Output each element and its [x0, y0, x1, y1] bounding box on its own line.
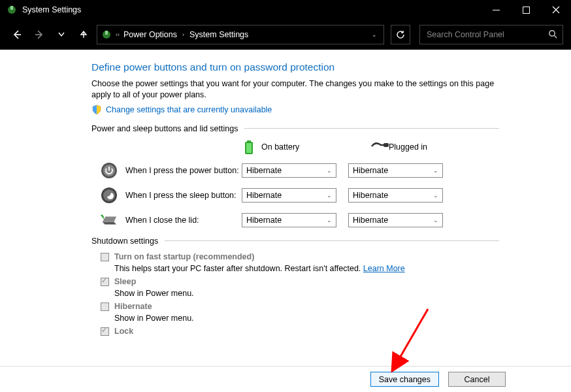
hibernate-desc: Show in Power menu. [114, 314, 499, 323]
learn-more-link[interactable]: Learn More [363, 264, 405, 273]
sleep-button-label: When I press the sleep button: [125, 191, 242, 200]
cancel-button[interactable]: Cancel [448, 372, 506, 387]
search-box[interactable] [419, 25, 563, 44]
sleep-checkbox [101, 278, 109, 286]
sleep-desc: Show in Power menu. [114, 289, 499, 298]
chevron-down-icon: ⌄ [327, 192, 332, 199]
hibernate-checkbox [101, 302, 109, 311]
power-section-title: Power and sleep buttons and lid settings [91, 124, 238, 133]
fast-startup-checkbox [101, 253, 109, 261]
svg-point-11 [549, 30, 555, 35]
lid-close-icon [101, 212, 118, 229]
shield-icon [91, 105, 102, 115]
title-bar: System Settings [0, 0, 571, 20]
hibernate-label: Hibernate [114, 302, 152, 311]
column-battery-label: On battery [261, 142, 299, 152]
nav-back-button[interactable] [8, 25, 26, 44]
nav-history-dropdown[interactable] [52, 25, 71, 44]
section-divider [244, 128, 499, 129]
svg-rect-16 [383, 143, 389, 147]
close-button[interactable] [541, 0, 571, 20]
lid-battery-dropdown[interactable]: Hibernate ⌄ [242, 213, 336, 227]
dropdown-value: Hibernate [246, 166, 282, 175]
svg-line-12 [554, 35, 557, 38]
power-options-icon [101, 29, 112, 40]
fast-startup-label: Turn on fast startup (recommended) [114, 252, 254, 261]
refresh-button[interactable] [391, 25, 410, 44]
svg-rect-3 [523, 7, 529, 13]
breadcrumb-chevron-icon: › [181, 31, 186, 38]
breadcrumb-item-system-settings[interactable]: System Settings [189, 30, 248, 39]
address-bar[interactable]: ‹‹ Power Options › System Settings ⌄ [97, 25, 384, 44]
chevron-down-icon: ⌄ [327, 217, 332, 223]
app-icon [7, 5, 17, 15]
svg-rect-1 [10, 6, 13, 10]
sleep-label: Sleep [114, 277, 136, 286]
svg-rect-13 [247, 140, 251, 142]
page-description: Choose the power settings that you want … [91, 78, 499, 101]
column-plugged-label: Plugged in [389, 142, 427, 152]
sleep-button-battery-dropdown[interactable]: Hibernate ⌄ [242, 188, 336, 203]
power-button-battery-dropdown[interactable]: Hibernate ⌄ [242, 163, 336, 178]
section-divider [165, 240, 499, 241]
breadcrumb-prev-icon: ‹‹ [116, 31, 120, 38]
chevron-down-icon: ⌄ [433, 217, 438, 223]
chevron-down-icon: ⌄ [327, 167, 332, 174]
chevron-down-icon: ⌄ [433, 167, 438, 174]
change-settings-link[interactable]: Change settings that are currently unava… [106, 105, 272, 114]
lid-plugged-dropdown[interactable]: Hibernate ⌄ [348, 213, 443, 227]
nav-up-button[interactable] [74, 25, 93, 44]
toolbar: ‹‹ Power Options › System Settings ⌄ [0, 20, 571, 50]
dropdown-value: Hibernate [246, 216, 282, 225]
search-input[interactable] [425, 29, 548, 40]
nav-forward-button[interactable] [30, 25, 48, 44]
fast-startup-desc: This helps start your PC faster after sh… [114, 264, 499, 273]
svg-rect-10 [105, 31, 108, 35]
lid-close-label: When I close the lid: [125, 216, 242, 225]
shutdown-section-title: Shutdown settings [91, 237, 158, 246]
chevron-down-icon: ⌄ [433, 192, 438, 199]
sleep-button-plugged-dropdown[interactable]: Hibernate ⌄ [348, 188, 443, 203]
search-icon[interactable] [548, 29, 557, 41]
dropdown-value: Hibernate [353, 216, 388, 225]
dropdown-value: Hibernate [246, 191, 282, 200]
battery-icon [243, 140, 256, 154]
sleep-button-icon [101, 187, 118, 204]
power-button-label: When I press the power button: [125, 166, 242, 175]
plug-icon [370, 140, 383, 154]
minimize-button[interactable] [481, 0, 511, 20]
save-changes-button[interactable]: Save changes [370, 372, 439, 387]
dropdown-value: Hibernate [353, 191, 388, 200]
svg-rect-15 [246, 143, 252, 153]
lock-checkbox [101, 327, 109, 336]
power-button-plugged-dropdown[interactable]: Hibernate ⌄ [348, 163, 443, 178]
dropdown-value: Hibernate [353, 166, 388, 175]
address-dropdown-icon[interactable]: ⌄ [372, 31, 377, 38]
maximize-button[interactable] [511, 0, 541, 20]
footer: Save changes Cancel [0, 366, 571, 392]
breadcrumb-item-power-options[interactable]: Power Options [123, 30, 177, 39]
power-button-icon [101, 162, 118, 179]
lock-label: Lock [114, 327, 133, 336]
page-title: Define power buttons and turn on passwor… [91, 61, 499, 73]
window-title: System Settings [22, 5, 81, 14]
